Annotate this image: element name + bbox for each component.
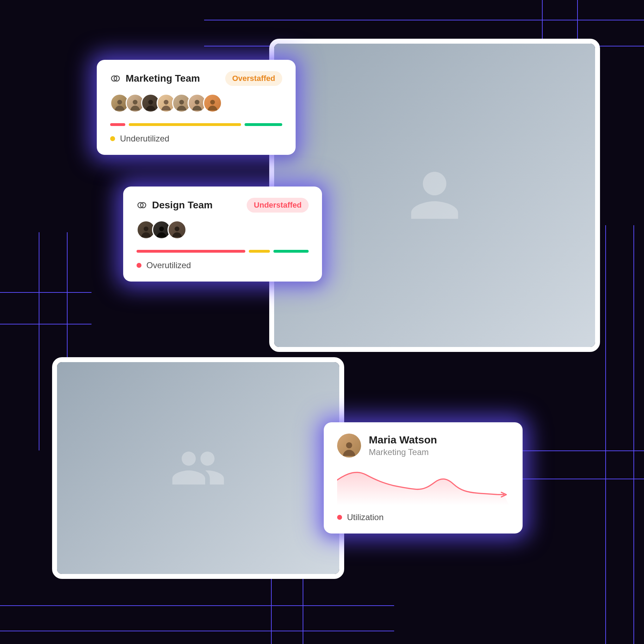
metric-label: Utilization [337,512,509,522]
svg-point-14 [346,442,352,448]
avatar [168,220,187,239]
svg-point-5 [164,100,168,105]
avatar-stack [137,220,309,239]
team-card-design[interactable]: Design Team Understaffed Overutilized [123,187,322,282]
overlapping-circles-icon [137,200,147,210]
svg-point-13 [175,227,179,231]
grid-line [271,577,272,644]
status-dot [110,136,115,141]
svg-point-4 [148,100,153,105]
person-name: Maria Watson [369,434,437,446]
avatar [337,434,361,457]
person-team: Marketing Team [369,447,437,457]
svg-point-3 [133,100,137,105]
grid-line [39,232,39,450]
utilization-status: Underutilized [110,134,282,144]
utilization-status: Overutilized [137,260,309,270]
status-text: Overutilized [146,260,191,270]
svg-point-7 [195,100,199,105]
svg-point-2 [117,100,122,105]
team-card-marketing[interactable]: Marketing Team Overstaffed Underutilized [97,60,296,155]
team-name: Marketing Team [126,73,200,84]
overlapping-circles-icon [110,73,121,84]
grid-line [521,479,644,479]
svg-point-8 [210,100,215,105]
metric-dot [337,515,342,520]
utilization-trend-chart [337,463,509,505]
grid-line [633,225,634,644]
grid-line [0,324,91,324]
svg-point-6 [179,100,184,105]
metric-text: Utilization [347,512,384,522]
grid-line [0,292,91,293]
grid-line [521,450,644,451]
utilization-bar [110,123,282,126]
avatar [203,94,222,113]
status-dot [137,263,141,268]
team-name: Design Team [152,200,213,211]
person-card[interactable]: Maria Watson Marketing Team Utilization [324,422,523,533]
grid-line [0,605,394,606]
staffing-badge: Overstaffed [225,71,282,86]
staffing-badge: Understaffed [247,198,309,213]
hero-photo-bottom [52,357,344,579]
svg-point-11 [144,227,148,231]
avatar-stack [110,94,282,113]
grid-line [0,631,394,631]
status-text: Underutilized [120,134,169,144]
svg-point-12 [159,227,164,231]
grid-line [605,225,606,644]
grid-line [303,577,303,644]
utilization-bar [137,250,309,253]
grid-line [204,20,644,20]
